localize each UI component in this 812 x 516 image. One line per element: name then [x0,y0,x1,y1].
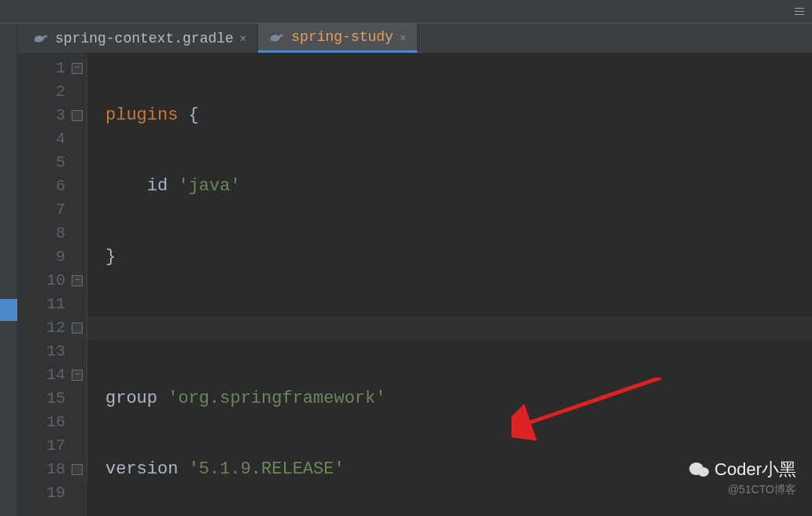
close-icon[interactable]: ✕ [240,31,246,45]
line-number: 14− [17,363,86,387]
line-number: 19 [17,481,86,505]
line-number: 4 [17,127,86,151]
line-number: 3 [17,104,86,127]
svg-point-2 [698,467,709,477]
gradle-icon [269,31,285,43]
wechat-icon [689,461,710,478]
fold-end-icon[interactable] [72,322,83,334]
line-number: 12 [17,316,86,340]
fold-minus-icon[interactable]: − [72,370,83,381]
tool-window-bar-left [0,24,17,516]
indent-guide [87,58,87,483]
fold-end-icon[interactable] [72,110,83,121]
breadcrumb-bar [0,0,812,24]
code-area[interactable]: plugins { id 'java' } group 'org.springf… [87,53,812,516]
line-number: 11 [17,293,86,316]
code-line: group 'org.springframework' [87,387,812,411]
line-number: 15 [17,387,86,411]
editor-tab-bar: spring-context.gradle ✕ spring-study ✕ [0,24,812,53]
line-number: 6 [17,175,86,198]
tab-label: spring-study [291,29,393,45]
line-number: 17 [17,434,86,458]
tab-spring-study[interactable]: spring-study ✕ [258,24,418,53]
tab-label: spring-context.gradle [55,31,234,46]
tab-spring-context-gradle[interactable]: spring-context.gradle ✕ [22,24,258,53]
line-number: 13 [17,340,86,363]
line-number: 8 [17,222,86,245]
gradle-icon [33,32,49,45]
watermark-sub: @51CTO博客 [689,483,796,497]
code-line [87,316,812,340]
line-number: 1− [17,57,86,80]
line-number: 9 [17,245,86,269]
line-number: 10− [17,269,86,293]
code-line: } [87,245,812,269]
line-number: 18 [17,458,86,481]
watermark-title: Coder小黑 [714,458,796,481]
code-line: id 'java' [87,175,812,198]
code-line: plugins { [87,104,812,127]
watermark: Coder小黑 @51CTO博客 [689,458,796,497]
line-number: 7 [17,198,86,222]
line-number: 2 [17,80,86,104]
fold-end-icon[interactable] [72,464,83,475]
close-icon[interactable]: ✕ [400,31,406,44]
line-number: 5 [17,151,86,175]
tool-window-active-mark [0,299,17,321]
line-number-gutter: 1− 2 3 4 5 6 7 8 9 10− 11 12 13 14− 15 1… [17,53,87,516]
options-menu-icon[interactable] [793,5,806,17]
fold-minus-icon[interactable]: − [72,275,83,286]
fold-minus-icon[interactable]: − [72,63,83,74]
line-number: 16 [17,411,86,434]
code-editor[interactable]: 1− 2 3 4 5 6 7 8 9 10− 11 12 13 14− 15 1… [17,53,812,516]
